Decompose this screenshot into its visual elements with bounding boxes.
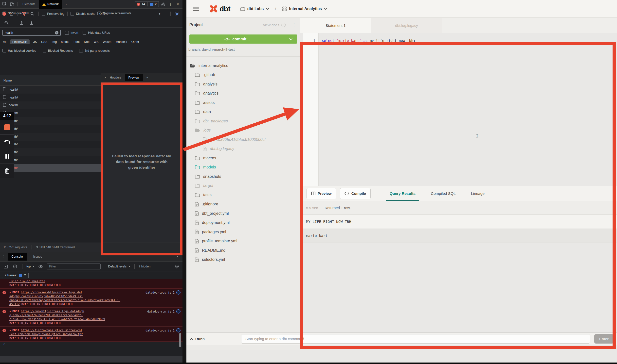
3rd-party-requests-checkbox[interactable]: 3rd-party requests xyxy=(79,49,109,52)
file-tree-item[interactable]: packages.yml xyxy=(186,227,300,237)
tab-headers[interactable]: Headers xyxy=(110,76,121,79)
dbt-command-input[interactable]: Start typing to enter a dbt command xyxy=(241,334,590,344)
tab-network[interactable]: Network xyxy=(39,0,62,9)
network-filter-input[interactable]: health × xyxy=(2,30,61,36)
tab-preview[interactable]: Preview xyxy=(125,74,143,81)
file-tree-item[interactable]: data xyxy=(186,107,300,117)
request-url[interactable]: on%3A3.0.2%2Cenv%3Aprod%2Cservice%3Adbt-… xyxy=(9,298,120,302)
restart-recording-button[interactable] xyxy=(0,135,14,149)
compile-button[interactable]: Compile xyxy=(340,188,371,199)
record-network-log-icon[interactable] xyxy=(2,12,6,16)
source-location-link[interactable]: datadog-rum.js:1 xyxy=(147,310,175,314)
network-conditions-gear-icon[interactable] xyxy=(174,11,180,17)
request-url[interactable]: 45.112 xyxy=(9,302,20,306)
close-details-icon[interactable]: × xyxy=(104,76,106,80)
type-filter-other[interactable]: Other xyxy=(131,39,140,44)
request-url[interactable]: https://browser-http-intake.logs.dat xyxy=(21,291,82,294)
file-tree-item[interactable]: deployment.yml xyxy=(186,218,300,228)
hide-data-urls-checkbox[interactable]: Hide data URLs xyxy=(83,31,110,35)
search-icon[interactable] xyxy=(29,11,36,17)
file-tree-item[interactable]: .gitignore xyxy=(186,200,300,209)
console-error-message[interactable]: ✕▸POST https://fishtownanalytics.sinter-… xyxy=(0,327,182,342)
blocked-requests-checkbox[interactable]: Blocked Requests xyxy=(43,49,73,52)
type-filter-manifest[interactable]: Manifest xyxy=(115,39,128,44)
network-conditions-wifi-icon[interactable] xyxy=(3,20,9,26)
editor-tab-statement-1[interactable]: Statement 1 xyxy=(300,18,371,33)
console-scrollbar[interactable] xyxy=(179,333,181,347)
inspect-element-icon[interactable] xyxy=(1,1,8,7)
network-request-row[interactable]: alth/ xyxy=(0,164,101,172)
network-request-row[interactable]: alth/ xyxy=(0,125,101,133)
throttling-dropdown-arrow-icon[interactable]: ▼ xyxy=(158,12,161,16)
file-tree-item[interactable]: logs xyxy=(186,126,300,135)
runs-toggle[interactable]: Runs xyxy=(190,337,237,341)
console-settings-gear-icon[interactable] xyxy=(174,264,180,269)
network-request-row[interactable]: health/ xyxy=(0,94,101,101)
file-tree-item[interactable]: analysis xyxy=(186,80,300,89)
file-tree-item[interactable]: profile_template.yml xyxy=(186,237,300,246)
console-error-message[interactable]: ✕▸POST https://browser-http-intake.logs.… xyxy=(0,289,182,308)
file-tree-item[interactable]: dbt.log.legacy xyxy=(186,144,300,154)
network-request-row[interactable]: health/ xyxy=(0,101,101,109)
execution-context-select[interactable]: top▼ xyxy=(26,265,35,268)
drawer-kebab-icon[interactable]: ⋮ xyxy=(2,255,5,259)
file-tree-item[interactable]: dbt_project.yml xyxy=(186,209,300,218)
type-filter-wasm[interactable]: Wasm xyxy=(102,39,112,44)
network-request-row[interactable]: alth/ xyxy=(0,148,101,156)
type-filter-img[interactable]: Img xyxy=(51,39,57,44)
stop-recording-button[interactable] xyxy=(0,120,14,135)
network-request-row[interactable]: alth/ xyxy=(0,156,101,164)
hamburger-menu-icon[interactable] xyxy=(192,6,200,12)
has-blocked-cookies-checkbox[interactable]: Has blocked cookies xyxy=(2,49,36,52)
request-url[interactable]: https://rum-http-intake.logs.datadogh xyxy=(21,310,84,313)
file-tree-item[interactable]: selectors.yml xyxy=(186,255,300,265)
console-error-message[interactable]: ✕▸POST https://rum-http-intake.logs.data… xyxy=(0,308,182,327)
preserve-log-checkbox[interactable]: Preserve log xyxy=(42,12,64,16)
network-request-row[interactable]: alth/ xyxy=(0,117,101,125)
project-selector[interactable]: Internal Analytics xyxy=(282,6,327,11)
source-location-link[interactable]: datadog-logs.js:1 xyxy=(145,329,175,332)
clear-console-icon[interactable] xyxy=(12,264,18,269)
network-request-row[interactable]: alth/ xyxy=(0,133,101,141)
commit-button[interactable]: commit... xyxy=(189,34,297,44)
type-filter-doc[interactable]: Doc xyxy=(83,39,90,44)
request-url[interactable]: adoghq.com/v1/input/pub740de5f405dcdaa9…… xyxy=(9,295,83,298)
console-filter-input[interactable]: Filter xyxy=(47,264,101,269)
delete-recording-button[interactable] xyxy=(0,164,14,178)
tab-query-results[interactable]: Query Results xyxy=(387,186,418,201)
type-filter-ws[interactable]: WS xyxy=(93,39,99,44)
requests-name-column-header[interactable]: Name xyxy=(0,75,101,86)
file-tree-item[interactable]: README.md xyxy=(186,246,300,255)
request-url[interactable]: https://fishtownanalytics.sinter-col xyxy=(21,329,82,332)
tab-console[interactable]: Console xyxy=(8,253,27,261)
kebab-menu-icon[interactable]: ⋮ xyxy=(167,1,174,7)
file-tree-item[interactable]: dbt_packages xyxy=(186,116,300,126)
settings-gear-icon[interactable] xyxy=(160,1,166,7)
network-request-row[interactable]: alth/ xyxy=(0,141,101,149)
log-levels-select[interactable]: Default levels▼ xyxy=(108,265,130,268)
clear-network-log-icon[interactable] xyxy=(8,11,15,17)
expand-caret-icon[interactable]: ▸ xyxy=(9,310,11,313)
request-url[interactable]: q.com/v1/input/pube02284…d%2Cservice%3Ad… xyxy=(9,314,83,317)
tab-lineage[interactable]: Lineage xyxy=(469,186,487,201)
editor-tab-dbt-log-legacy[interactable]: dbt.log.legacy xyxy=(371,18,442,33)
tab-compiled-sql[interactable]: Compiled SQL xyxy=(428,186,458,201)
console-sidebar-toggle-icon[interactable] xyxy=(2,264,9,269)
type-filter-css[interactable]: CSS xyxy=(41,39,48,44)
type-filter-fetch-xhr[interactable]: Fetch/XHR xyxy=(10,39,30,44)
file-tree-item[interactable]: tests xyxy=(186,190,300,200)
request-url[interactable]: lect.com/com.snowplowanalytics.snowplow/… xyxy=(9,332,83,336)
type-filter-media[interactable]: Media xyxy=(60,39,70,44)
expand-caret-icon[interactable]: ▸ xyxy=(9,329,11,332)
file-tree-item[interactable]: macros xyxy=(186,153,300,163)
issues-pill[interactable]: 2 Issues: 2 xyxy=(2,273,29,278)
more-tabs-icon[interactable]: » xyxy=(63,0,70,9)
tab-issues[interactable]: Issues xyxy=(29,253,46,261)
file-tree-item[interactable]: target xyxy=(186,181,300,191)
pause-recording-button[interactable] xyxy=(0,149,14,164)
dbt-logo[interactable]: dbt xyxy=(209,4,237,13)
request-url[interactable]: cloud-ui%2Cversion%3A1.1.45.112&batch_ti… xyxy=(9,317,105,321)
network-request-row[interactable]: health/ xyxy=(0,86,101,94)
live-expression-eye-icon[interactable] xyxy=(37,264,44,269)
expand-caret-icon[interactable]: ▸ xyxy=(9,291,11,294)
